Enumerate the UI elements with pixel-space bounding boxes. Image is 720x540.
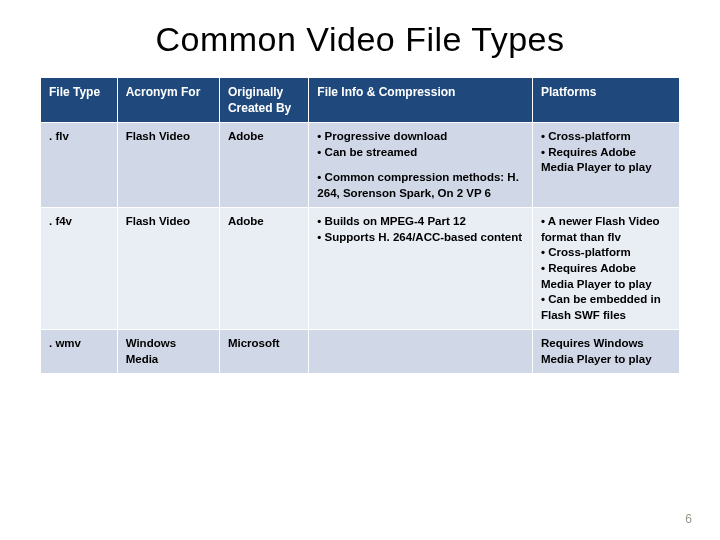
cell-platforms: • Cross-platform • Requires Adobe Media … — [533, 123, 680, 208]
table-row: . f4v Flash Video Adobe • Builds on MPEG… — [41, 208, 680, 330]
table-row: . flv Flash Video Adobe • Progressive do… — [41, 123, 680, 208]
page-title: Common Video File Types — [40, 20, 680, 59]
file-types-table: File Type Acronym For Originally Created… — [40, 77, 680, 374]
col-file-type: File Type — [41, 78, 118, 123]
cell-file-type: . f4v — [41, 208, 118, 330]
cell-creator: Adobe — [219, 123, 308, 208]
cell-platforms: Requires Windows Media Player to play — [533, 330, 680, 374]
table-header-row: File Type Acronym For Originally Created… — [41, 78, 680, 123]
col-acronym: Acronym For — [117, 78, 219, 123]
cell-info-primary: • Builds on MPEG-4 Part 12 • Supports H.… — [317, 214, 524, 245]
page-number: 6 — [685, 512, 692, 526]
cell-info — [309, 330, 533, 374]
cell-info-primary: • Progressive download • Can be streamed — [317, 129, 524, 160]
col-info: File Info & Compression — [309, 78, 533, 123]
col-creator: Originally Created By — [219, 78, 308, 123]
cell-info-secondary: • Common compression methods: H. 264, So… — [317, 170, 524, 201]
slide: Common Video File Types File Type Acrony… — [0, 0, 720, 540]
table-row: . wmv Windows Media Microsoft Requires W… — [41, 330, 680, 374]
col-platforms: Platforms — [533, 78, 680, 123]
cell-file-type: . wmv — [41, 330, 118, 374]
cell-creator: Adobe — [219, 208, 308, 330]
cell-info: • Builds on MPEG-4 Part 12 • Supports H.… — [309, 208, 533, 330]
cell-platforms: • A newer Flash Video format than flv • … — [533, 208, 680, 330]
cell-info: • Progressive download • Can be streamed… — [309, 123, 533, 208]
cell-file-type: . flv — [41, 123, 118, 208]
cell-acronym: Windows Media — [117, 330, 219, 374]
cell-creator: Microsoft — [219, 330, 308, 374]
cell-acronym: Flash Video — [117, 208, 219, 330]
cell-acronym: Flash Video — [117, 123, 219, 208]
